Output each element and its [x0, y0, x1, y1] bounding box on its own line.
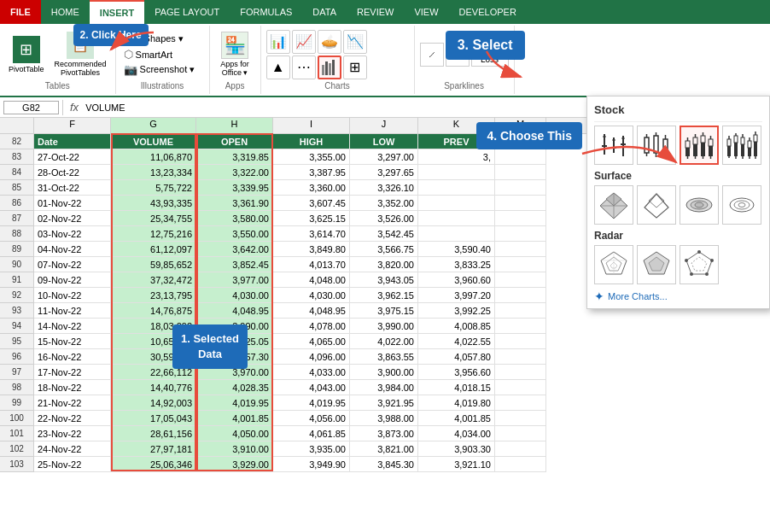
col-header-j[interactable]: J — [350, 118, 418, 133]
cell[interactable]: 4,034.00 — [418, 426, 495, 441]
cell[interactable]: 24-Nov-22 — [34, 441, 111, 456]
cell[interactable] — [495, 272, 546, 287]
cell[interactable]: 15-Nov-22 — [34, 334, 111, 348]
apps-for-office-button[interactable]: 🏪 Apps forOffice ▾ — [217, 30, 253, 79]
cell[interactable] — [495, 211, 546, 225]
cell[interactable] — [495, 380, 546, 395]
cell[interactable]: 3,943.05 — [350, 272, 418, 287]
cell[interactable]: 3,550.00 — [196, 226, 273, 241]
cell[interactable]: 4,030.00 — [273, 288, 350, 302]
cell[interactable]: HIGH — [273, 134, 350, 149]
cell[interactable]: 37,32,472 — [111, 272, 196, 287]
cell[interactable] — [418, 165, 495, 179]
cell[interactable]: 02-Nov-22 — [34, 211, 111, 225]
cell[interactable]: 27-Oct-22 — [34, 149, 111, 164]
cell[interactable] — [495, 334, 546, 348]
cell[interactable]: 3,625.15 — [273, 211, 350, 225]
surface-option-1[interactable] — [594, 185, 633, 225]
cell[interactable]: 4,018.15 — [418, 380, 495, 395]
tab-review[interactable]: REVIEW — [347, 0, 404, 24]
cell[interactable]: 3,929.00 — [196, 457, 273, 471]
cell[interactable] — [418, 226, 495, 241]
cell[interactable]: 11,06,870 — [111, 149, 196, 164]
stock-option-4[interactable] — [722, 126, 761, 165]
cell[interactable]: 3,326.10 — [350, 180, 418, 195]
cell[interactable]: 09-Nov-22 — [34, 272, 111, 287]
cell[interactable]: 4,001.85 — [418, 411, 495, 425]
col-header-i[interactable]: I — [273, 118, 350, 133]
sparkline-line[interactable]: ⟋ — [420, 43, 444, 67]
cell[interactable] — [418, 211, 495, 225]
radar-option-1[interactable] — [594, 245, 633, 284]
tab-view[interactable]: VIEW — [404, 0, 448, 24]
cell[interactable]: 3,297.00 — [350, 149, 418, 164]
cell[interactable]: 25,34,755 — [111, 211, 196, 225]
cell[interactable]: Date — [34, 134, 111, 149]
cell[interactable]: 3,935.00 — [273, 441, 350, 456]
cell[interactable]: 3,580.00 — [196, 211, 273, 225]
cell[interactable]: 3,988.00 — [350, 411, 418, 425]
cell[interactable]: 11-Nov-22 — [34, 303, 111, 318]
cell[interactable]: 25-Nov-22 — [34, 457, 111, 471]
line-chart-button[interactable]: 📈 — [292, 30, 316, 54]
tab-home[interactable]: HOME — [41, 0, 90, 24]
surface-option-2[interactable] — [637, 185, 676, 225]
cell[interactable]: 4,008.85 — [418, 319, 495, 333]
cell[interactable]: 25,06,346 — [111, 457, 196, 471]
tab-file[interactable]: FILE — [0, 0, 41, 24]
cell[interactable]: 3,852.45 — [196, 257, 273, 272]
radar-option-2[interactable] — [637, 245, 676, 284]
cell[interactable]: 4,078.00 — [273, 319, 350, 333]
cell[interactable]: 3,849.80 — [273, 242, 350, 256]
cell[interactable]: 3,863.55 — [350, 349, 418, 364]
cell[interactable]: 3,542.45 — [350, 226, 418, 241]
col-header-g[interactable]: G — [111, 118, 196, 133]
cell[interactable] — [495, 411, 546, 425]
cell[interactable]: 14,92,003 — [111, 395, 196, 410]
cell[interactable]: OPEN — [196, 134, 273, 149]
cell[interactable]: 4,022.55 — [418, 334, 495, 348]
cell[interactable]: 3,352.00 — [350, 196, 418, 210]
cell[interactable] — [495, 149, 546, 164]
cell[interactable]: 3,949.90 — [273, 457, 350, 471]
cell[interactable]: 07-Nov-22 — [34, 257, 111, 272]
cell[interactable]: 14-Nov-22 — [34, 319, 111, 333]
cell[interactable]: 3,607.45 — [273, 196, 350, 210]
cell[interactable]: 4,043.00 — [273, 380, 350, 395]
cell[interactable]: 4,028.35 — [196, 380, 273, 395]
cell[interactable]: 17,05,043 — [111, 411, 196, 425]
scatter-chart-button[interactable]: ⋯ — [292, 56, 316, 79]
cell[interactable]: 3,903.30 — [418, 441, 495, 456]
cell[interactable] — [495, 226, 546, 241]
cell[interactable]: 3,873.00 — [350, 426, 418, 441]
cell[interactable]: 4,022.00 — [350, 334, 418, 348]
cell[interactable] — [495, 257, 546, 272]
col-header-f[interactable]: F — [34, 118, 111, 133]
cell[interactable]: 23,13,795 — [111, 288, 196, 302]
cell[interactable]: 4,048.95 — [196, 303, 273, 318]
cell[interactable]: 28,61,156 — [111, 426, 196, 441]
cell[interactable]: 4,013.70 — [273, 257, 350, 272]
surface-option-4[interactable] — [722, 185, 761, 225]
cell[interactable]: 3,339.95 — [196, 180, 273, 195]
cell[interactable]: 4,019.80 — [418, 395, 495, 410]
cell[interactable]: 3,960.60 — [418, 272, 495, 287]
cell[interactable]: 23-Nov-22 — [34, 426, 111, 441]
cell[interactable]: 04-Nov-22 — [34, 242, 111, 256]
cell[interactable]: 3,322.00 — [196, 165, 273, 179]
cell[interactable]: 3,990.00 — [350, 319, 418, 333]
surface-option-3[interactable] — [680, 185, 719, 225]
cell[interactable]: 4,057.80 — [418, 349, 495, 364]
cell[interactable]: 4,065.00 — [273, 334, 350, 348]
cell[interactable]: 4,056.00 — [273, 411, 350, 425]
cell[interactable]: 4,050.00 — [196, 426, 273, 441]
more-charts-link[interactable]: ✦ More Charts... — [594, 289, 762, 303]
cell[interactable]: 22-Nov-22 — [34, 411, 111, 425]
cell[interactable]: 31-Oct-22 — [34, 180, 111, 195]
cell[interactable]: 28-Oct-22 — [34, 165, 111, 179]
cell[interactable]: 3,355.00 — [273, 149, 350, 164]
cell[interactable] — [418, 180, 495, 195]
cell[interactable]: 3, — [418, 149, 495, 164]
cell[interactable]: 3,821.00 — [350, 441, 418, 456]
tab-insert[interactable]: INSERT — [90, 0, 144, 24]
